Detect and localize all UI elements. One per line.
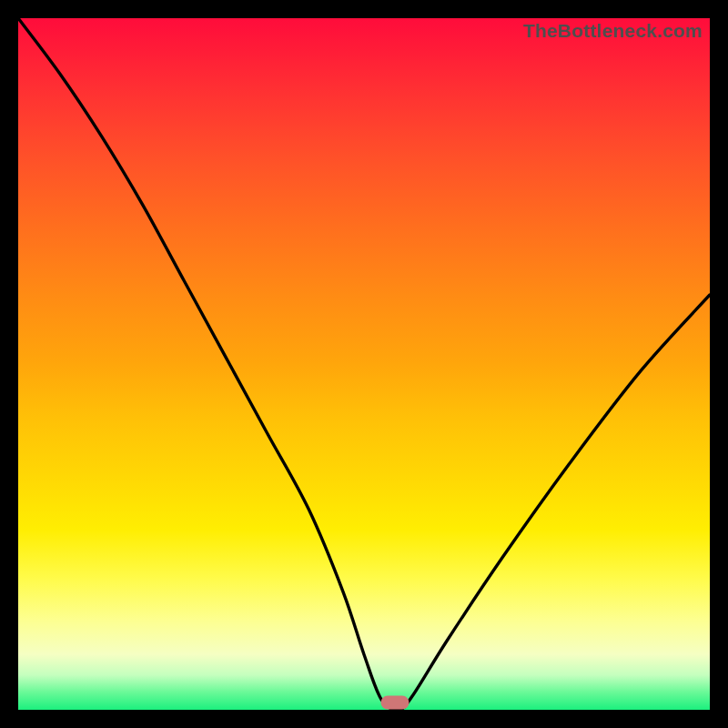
bottleneck-curve-path [18, 18, 710, 710]
bottleneck-chart: TheBottleneck.com [0, 0, 728, 728]
plot-area: TheBottleneck.com [18, 18, 710, 710]
source-attribution: TheBottleneck.com [523, 20, 703, 42]
minimum-marker [381, 696, 410, 710]
curve-svg [18, 18, 710, 710]
